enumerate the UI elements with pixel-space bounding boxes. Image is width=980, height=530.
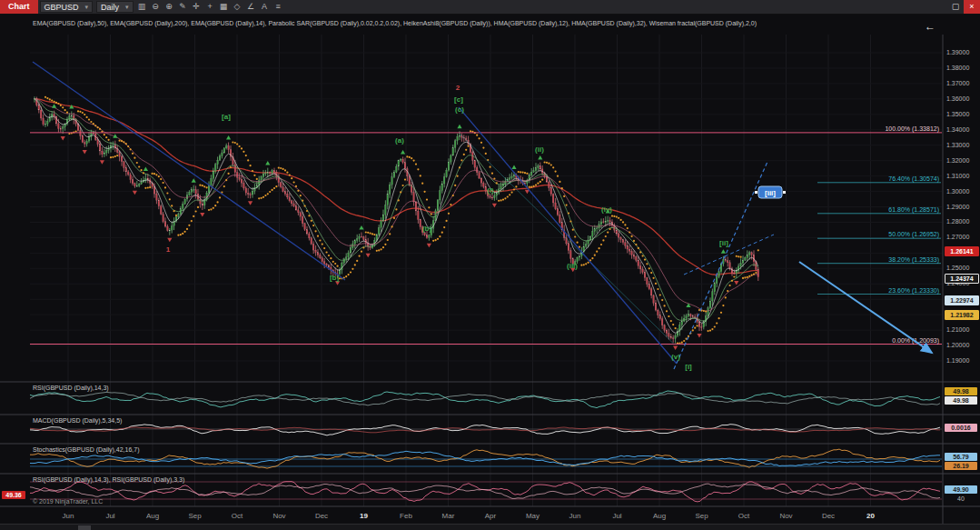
- indicator-value-badge: 49.98: [945, 387, 977, 395]
- svg-text:76.40% (1.30574): 76.40% (1.30574): [888, 175, 939, 183]
- price-tick: 1.35000: [946, 111, 969, 117]
- price-tick: 1.37000: [946, 80, 969, 86]
- time-axis-label: 19: [360, 512, 368, 520]
- window-buttons: ▢×: [947, 0, 980, 14]
- svg-text:[iii]: [iii]: [765, 189, 776, 197]
- indicator-value-badge: 26.19: [945, 462, 977, 470]
- price-axis[interactable]: 1.390001.380001.370001.360001.350001.340…: [944, 35, 980, 524]
- grid-icon[interactable]: ▦: [217, 0, 231, 14]
- indicators-list-icon[interactable]: ≡: [272, 0, 285, 14]
- time-axis-label: Jun: [63, 512, 74, 520]
- indicator-value-badge: 56.79: [945, 453, 977, 461]
- time-axis-label: Nov: [779, 512, 792, 520]
- chevron-down-icon: ▾: [85, 4, 89, 11]
- toolbar-icons: ▥⊖⊕✎✛+▦◇∠A≡: [135, 0, 285, 14]
- panel-label: RSI(GBPUSD (Daily),14,3), RSI(GBPUSD (Da…: [33, 476, 184, 483]
- pencil-icon[interactable]: ✎: [176, 0, 190, 14]
- ninjatrader-chart-window: 100.00% (1.33812)76.40% (1.30574)61.80% …: [0, 0, 980, 530]
- svg-text:[a]: [a]: [222, 113, 231, 121]
- main-chart[interactable]: 100.00% (1.33812)76.40% (1.30574)61.80% …: [0, 0, 980, 530]
- svg-text:2: 2: [456, 84, 460, 92]
- svg-text:(c): (c): [455, 105, 464, 114]
- indicator-list-text: EMA(GBPUSD (Daily),50), EMA(GBPUSD (Dail…: [33, 20, 757, 26]
- chart-style-icon[interactable]: ▥: [135, 0, 149, 14]
- instrument-value: GBPUSD: [45, 3, 79, 12]
- time-axis-label: Jun: [569, 512, 581, 520]
- interval-selector[interactable]: Daily ▾: [96, 1, 134, 13]
- price-tick: 1.33000: [946, 142, 969, 148]
- time-axis-label: Sep: [695, 512, 708, 520]
- svg-text:61.80% (1.28571): 61.80% (1.28571): [888, 206, 939, 214]
- interval-value: Daily: [101, 3, 119, 12]
- price-tick: 1.29000: [946, 204, 969, 210]
- time-axis[interactable]: JunJulAugSepOctNovDec19FebMarAprMayJunJu…: [0, 506, 943, 524]
- price-tick: 1.20000: [946, 342, 969, 348]
- price-tick: 1.31000: [946, 173, 969, 179]
- price-tick: 1.30000: [946, 188, 969, 195]
- price-tick: 1.25000: [946, 265, 969, 271]
- svg-text:100.00% (1.33812): 100.00% (1.33812): [885, 125, 939, 133]
- svg-text:1: 1: [166, 245, 171, 254]
- price-tick: 1.36000: [946, 95, 969, 102]
- panel-label: MACD(GBPUSD (Daily),5,34,5): [33, 417, 122, 424]
- price-tick: 1.21000: [946, 326, 969, 333]
- svg-text:[c]: [c]: [454, 95, 463, 104]
- svg-text:23.60% (1.23330): 23.60% (1.23330): [888, 287, 939, 295]
- svg-text:50.00% (1.26952): 50.00% (1.26952): [888, 231, 939, 238]
- time-axis-label: Aug: [146, 512, 159, 520]
- price-badge: 1.22974: [945, 295, 979, 305]
- time-axis-label: Dec: [822, 512, 835, 520]
- price-badge: 1.24374: [945, 274, 979, 284]
- time-axis-label: Aug: [653, 512, 666, 520]
- price-tick: 1.27000: [946, 234, 969, 240]
- bottom-scrollbar[interactable]: [0, 524, 980, 530]
- indicator-value-badge: 40: [945, 495, 977, 503]
- time-axis-label: Feb: [400, 512, 412, 520]
- time-axis-label: Jul: [612, 512, 621, 520]
- indicator-value-badge: 0.0016: [945, 424, 977, 432]
- price-badge: 1.21982: [945, 310, 979, 320]
- instrument-selector[interactable]: GBPUSD ▾: [40, 1, 94, 13]
- time-axis-label: 20: [866, 512, 875, 520]
- time-axis-label: May: [526, 512, 539, 520]
- time-axis-label: Apr: [485, 512, 496, 520]
- time-axis-label: Mar: [442, 512, 455, 520]
- close-button[interactable]: ×: [964, 0, 980, 14]
- maximize-button[interactable]: ▢: [947, 0, 964, 14]
- snap-mode-icon[interactable]: ◇: [231, 0, 244, 14]
- svg-text:[ii]: [ii]: [719, 239, 728, 247]
- chevron-down-icon: ▾: [125, 4, 129, 11]
- zoom-in-icon[interactable]: ⊕: [163, 0, 176, 14]
- price-tick: 1.34000: [946, 126, 969, 133]
- back-arrow-icon[interactable]: ←: [925, 20, 935, 33]
- price-tick: 1.39000: [946, 49, 969, 55]
- price-tick: 1.32000: [946, 157, 969, 164]
- svg-text:38.20% (1.25333): 38.20% (1.25333): [888, 256, 939, 264]
- add-object-icon[interactable]: +: [203, 0, 217, 14]
- svg-text:(b): (b): [422, 225, 432, 233]
- copyright-text: © 2019 NinjaTrader, LLC: [33, 498, 103, 505]
- svg-text:[b]: [b]: [330, 274, 340, 282]
- price-badge: 1.26141: [945, 246, 979, 256]
- text-tool-icon[interactable]: A: [258, 0, 272, 14]
- panel-label: RSI(GBPUSD (Daily),14,3): [33, 385, 109, 391]
- time-axis-label: Nov: [272, 512, 285, 520]
- price-tick: 1.38000: [946, 65, 969, 71]
- svg-text:(i): (i): [487, 186, 494, 195]
- time-axis-label: Sep: [188, 512, 201, 520]
- svg-text:0.00% (1.20093): 0.00% (1.20093): [892, 337, 939, 345]
- zoom-out-icon[interactable]: ⊖: [149, 0, 163, 14]
- crosshair-icon[interactable]: ✛: [190, 0, 203, 14]
- svg-text:(v): (v): [671, 353, 680, 361]
- indicator-value-badge: 49.98: [945, 396, 977, 405]
- scrollbar-handle[interactable]: [78, 525, 91, 530]
- indicator-value-badge-left: 49.36: [2, 491, 25, 499]
- titlebar: Chart GBPUSD ▾ Daily ▾ ▥⊖⊕✎✛+▦◇∠A≡ ▢×: [0, 0, 980, 15]
- price-tick: 1.28000: [946, 218, 969, 225]
- measure-icon[interactable]: ∠: [244, 0, 258, 14]
- chart-tab[interactable]: Chart: [0, 0, 38, 14]
- panel-label: Stochastics(GBPUSD (Daily),42,16,7): [33, 446, 139, 453]
- svg-text:(a): (a): [395, 136, 404, 145]
- svg-text:[i]: [i]: [685, 363, 692, 371]
- price-tick: 1.19000: [946, 357, 969, 364]
